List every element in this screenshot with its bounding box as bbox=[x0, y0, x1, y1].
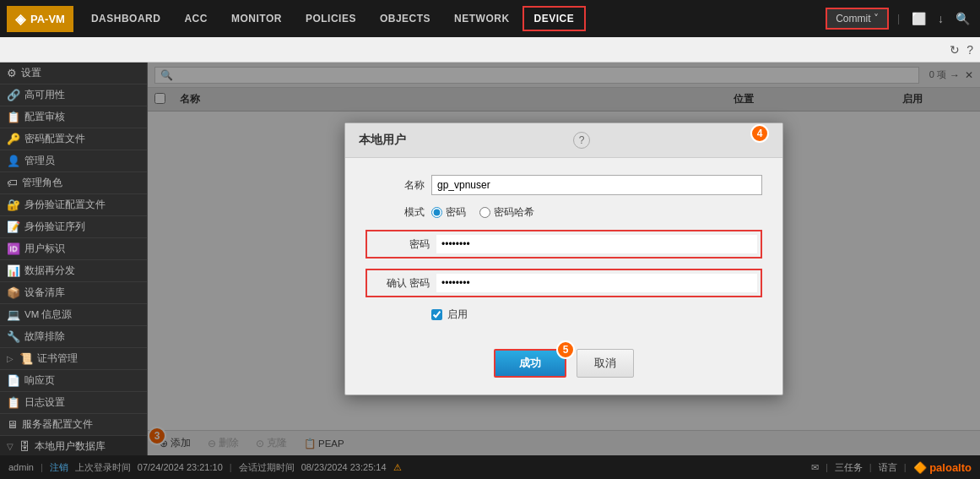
mode-label: 模式 bbox=[365, 205, 425, 220]
nav-monitor[interactable]: MONITOR bbox=[220, 7, 293, 30]
sidebar-item-log-settings[interactable]: 📋 日志设置 bbox=[0, 392, 147, 414]
nav-device[interactable]: DEVICE bbox=[522, 6, 587, 31]
modal-help-icon[interactable]: ? bbox=[573, 132, 590, 149]
nav-icon-download[interactable]: ↓ bbox=[934, 8, 947, 29]
password-label: 密码 bbox=[371, 237, 430, 252]
modal-overlay: 本地用户 ? 4 名称 模式 bbox=[148, 63, 980, 455]
sidebar-item-admin[interactable]: 👤 管理员 bbox=[0, 150, 147, 172]
status-bar: admin | 注销 上次登录时间 07/24/2024 23:21:10 | … bbox=[0, 455, 980, 479]
mode-radio-group: 密码 密码哈希 bbox=[431, 205, 534, 220]
sidebar: ⚙ 设置 🔗 高可用性 📋 配置审核 🔑 密码配置文件 👤 管理员 🏷 管理角色… bbox=[0, 63, 148, 455]
password-input[interactable] bbox=[436, 235, 757, 253]
confirm-label: 确认 密码 bbox=[371, 276, 430, 291]
form-row-mode: 模式 密码 密码哈希 bbox=[365, 205, 762, 220]
logo-text: PA-VM bbox=[30, 13, 65, 25]
local-user-modal: 本地用户 ? 4 名称 模式 bbox=[344, 122, 783, 395]
status-last-login-label: 上次登录时间 bbox=[75, 461, 131, 474]
status-session-expire: 08/23/2024 23:25:14 bbox=[301, 462, 387, 472]
sidebar-item-response-page[interactable]: 📄 响应页 bbox=[0, 370, 147, 392]
form-row-name: 名称 bbox=[365, 175, 762, 195]
sidebar-item-auth-seq[interactable]: 📝 身份验证序列 bbox=[0, 216, 147, 238]
nav-icon-search[interactable]: 🔍 bbox=[952, 8, 973, 29]
logo-area[interactable]: ◈ PA-VM bbox=[7, 6, 73, 32]
sidebar-item-server-profile[interactable]: 🖥 服务器配置文件 bbox=[0, 414, 147, 436]
logo-icon: ◈ bbox=[15, 11, 25, 27]
warning-icon: ⚠ bbox=[393, 462, 402, 473]
modal-body: 名称 模式 密码 密码哈希 bbox=[345, 158, 782, 339]
page-toolbar: ↻ ? bbox=[0, 37, 980, 63]
enabled-label: 启用 bbox=[447, 308, 468, 322]
mail-icon[interactable]: ✉ bbox=[811, 462, 819, 473]
confirm-input[interactable] bbox=[436, 274, 757, 292]
form-row-confirm: 确认 密码 bbox=[365, 269, 762, 297]
paloalto-brand: 🔶 paloalto bbox=[913, 461, 972, 474]
sidebar-item-auth-profile[interactable]: 🔐 身份验证配置文件 bbox=[0, 194, 147, 216]
mode-password-radio[interactable] bbox=[431, 207, 442, 218]
nav-objects[interactable]: OBJECTS bbox=[369, 7, 441, 30]
main-area: ⚙ 设置 🔗 高可用性 📋 配置审核 🔑 密码配置文件 👤 管理员 🏷 管理角色… bbox=[0, 63, 980, 455]
sidebar-item-troubleshoot[interactable]: 🔧 故障排除 bbox=[0, 326, 147, 348]
enabled-checkbox[interactable] bbox=[431, 309, 442, 320]
commit-button[interactable]: Commit ˅ bbox=[826, 8, 889, 30]
annotation-badge-5: 5 bbox=[556, 340, 575, 359]
sidebar-item-user-id[interactable]: 🆔 用户标识 bbox=[0, 238, 147, 260]
name-label: 名称 bbox=[365, 178, 425, 193]
nav-items: DASHBOARD ACC MONITOR POLICIES OBJECTS N… bbox=[80, 6, 826, 31]
nav-policies[interactable]: POLICIES bbox=[295, 7, 367, 30]
cancel-button[interactable]: 取消 bbox=[577, 349, 634, 378]
mode-hash-radio[interactable] bbox=[479, 207, 490, 218]
nav-network[interactable]: NETWORK bbox=[443, 7, 521, 30]
modal-header: 本地用户 ? 4 bbox=[345, 123, 782, 158]
status-last-login: 07/24/2024 23:21:10 bbox=[138, 462, 223, 472]
mode-hash-option[interactable]: 密码哈希 bbox=[479, 205, 534, 220]
sidebar-item-local-user-db[interactable]: ▽ 🗄 本地用户数据库 bbox=[0, 436, 147, 455]
refresh-icon[interactable]: ↻ bbox=[950, 43, 960, 57]
sidebar-item-settings[interactable]: ⚙ 设置 bbox=[0, 63, 147, 84]
sidebar-item-admin-role[interactable]: 🏷 管理角色 bbox=[0, 172, 147, 194]
status-logout[interactable]: 注销 bbox=[50, 461, 68, 474]
modal-title: 本地用户 bbox=[359, 133, 406, 148]
sidebar-item-ha[interactable]: 🔗 高可用性 bbox=[0, 84, 147, 106]
sidebar-item-vm-info[interactable]: 💻 VM 信息源 bbox=[0, 304, 147, 326]
sidebar-item-cert-mgmt[interactable]: ▷ 📜 证书管理 bbox=[0, 348, 147, 370]
nav-acc[interactable]: ACC bbox=[173, 7, 219, 30]
modal-footer: 成功 5 取消 bbox=[345, 339, 782, 395]
form-row-password: 密码 bbox=[365, 230, 762, 259]
nav-icon-box[interactable]: ⬜ bbox=[908, 8, 929, 29]
content-area: 🔍 0 项 → ✕ 名称 位置 启用 本地用 bbox=[148, 63, 980, 455]
sidebar-item-password-profile[interactable]: 🔑 密码配置文件 bbox=[0, 128, 147, 150]
form-row-enabled: 启用 bbox=[365, 308, 762, 322]
sidebar-item-device-inventory[interactable]: 📦 设备清库 bbox=[0, 282, 147, 304]
nav-right: Commit ˅ | ⬜ ↓ 🔍 bbox=[826, 8, 973, 30]
status-session-label: 会话过期时间 bbox=[239, 461, 295, 474]
status-user: admin bbox=[8, 462, 34, 472]
mode-password-option[interactable]: 密码 bbox=[431, 205, 466, 220]
name-input[interactable] bbox=[431, 175, 762, 195]
ok-button[interactable]: 成功 bbox=[494, 349, 566, 378]
help-icon[interactable]: ? bbox=[966, 43, 973, 57]
lang-label[interactable]: 语言 bbox=[879, 461, 897, 474]
annotation-badge-4: 4 bbox=[750, 124, 769, 143]
tasks-label[interactable]: 三任务 bbox=[835, 461, 863, 474]
sidebar-item-config-audit[interactable]: 📋 配置审核 bbox=[0, 106, 147, 128]
sidebar-item-data-redistrib[interactable]: 📊 数据再分发 bbox=[0, 260, 147, 282]
nav-dashboard[interactable]: DASHBOARD bbox=[80, 7, 172, 30]
top-nav: ◈ PA-VM DASHBOARD ACC MONITOR POLICIES O… bbox=[0, 0, 980, 37]
